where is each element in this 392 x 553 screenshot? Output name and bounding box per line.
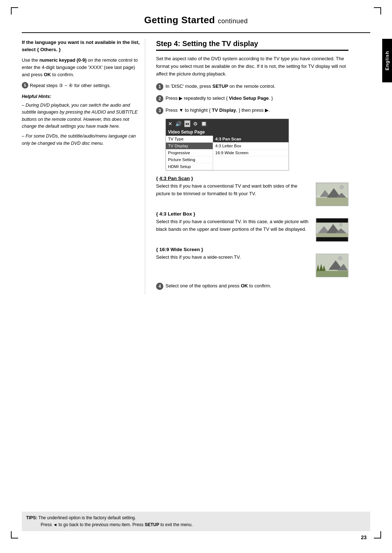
letterbox-image (316, 218, 348, 242)
widescreen-image (316, 254, 348, 277)
panscan-text: Select this if you have a conventional T… (156, 183, 312, 197)
svg-rect-10 (316, 237, 348, 242)
step4-circle: 4 (156, 283, 163, 290)
menu-body: TV Type TV Display Progressive Picture S… (166, 136, 289, 170)
svg-point-16 (339, 224, 342, 226)
right-step1: 1 In 'DISC' mode, press SETUP on the rem… (156, 83, 348, 90)
svg-rect-15 (316, 233, 348, 237)
page-title-bar: Getting Started continued (22, 15, 370, 26)
svg-rect-24 (316, 271, 348, 277)
step3-circle: 3 (156, 107, 163, 114)
step4-title: Step 4: Setting the TV display (156, 39, 348, 48)
step4-text: Select one of the options and press OK t… (166, 282, 348, 290)
step1-text: In 'DISC' mode, press SETUP on the remot… (166, 83, 348, 90)
menu-icon-x: ✕ (168, 121, 172, 127)
widescreen-header: { 16:9 Wide Screen } (156, 247, 348, 252)
menu-icons-row: ✕ 🔊 ▪▪ ⚙ 🔲 (166, 119, 289, 128)
menu-right-letterbox: 4:3 Letter Box (213, 143, 289, 149)
widescreen-svg (316, 254, 348, 277)
menu-icon-audio: 🔊 (175, 121, 181, 127)
step3-text: Press ▼ to highlight { TV Display, } the… (166, 107, 348, 114)
menu-right-widescreen: 16:9 Wide Screen (213, 149, 289, 156)
panscan-svg (316, 183, 348, 206)
menu-item-tvdisplay: TV Display (166, 143, 213, 149)
step5-circle: 5 (22, 82, 28, 89)
page-container: Getting Started continued If the languag… (0, 0, 392, 553)
right-step3: 3 Press ▼ to highlight { TV Display, } t… (156, 107, 348, 114)
right-step2: 2 Press ▶ repeatedly to select { Video S… (156, 95, 348, 102)
widescreen-body: Select this if you have a wide-screen TV… (156, 254, 348, 277)
letterbox-header: { 4:3 Letter Box } (156, 211, 348, 217)
tips-label: TIPS: (26, 515, 37, 520)
panscan-body: Select this if you have a conventional T… (156, 183, 348, 206)
left-column: If the language you want is not availabl… (22, 39, 145, 294)
widescreen-section: { 16:9 Wide Screen } Select this if you … (156, 247, 348, 277)
menu-icon-video: ▪▪ (184, 120, 190, 127)
menu-right-col: 4:3 Pan Scan 4:3 Letter Box 16:9 Wide Sc… (213, 136, 289, 170)
corner-mark-bl (11, 531, 18, 538)
panscan-header: { 4:3 Pan Scan } (156, 176, 348, 181)
menu-icon-settings: ⚙ (193, 121, 198, 127)
english-tab: English (382, 39, 392, 82)
hint2-text: – For some DVDs, the subtitle/audio/menu… (22, 133, 141, 147)
step2-circle: 2 (156, 95, 163, 102)
page-title: Getting Started continued (144, 15, 248, 25)
letterbox-section: { 4:3 Letter Box } Select this if you ha… (156, 211, 348, 242)
menu-item-progressive: Progressive (166, 149, 213, 156)
tips-line1: The underlined option is the factory def… (38, 515, 136, 520)
left-intro-text: Use the numeric keypad (0-9) on the remo… (22, 57, 141, 78)
step5-text: Repeat steps ③ ~ ④ for other settings. (30, 82, 141, 89)
svg-rect-5 (316, 198, 348, 206)
menu-icon-display: 🔲 (201, 121, 207, 127)
corner-mark-br (374, 531, 381, 538)
helpful-hints-title: Helpful Hints: (22, 93, 141, 100)
menu-right-panscan: 4:3 Pan Scan (213, 136, 289, 143)
letterbox-body: Select this if you have a conventional T… (156, 218, 348, 242)
page-number: 23 (361, 534, 367, 540)
left-bold-heading: If the language you want is not availabl… (22, 39, 141, 54)
step1-circle: 1 (156, 83, 163, 90)
panscan-section: { 4:3 Pan Scan } Select this if you have… (156, 176, 348, 206)
title-rule (22, 32, 370, 33)
menu-item-tvtype: TV Type (166, 136, 213, 143)
corner-mark-tl (11, 7, 18, 15)
letterbox-text: Select this if you have a conventional T… (156, 218, 312, 233)
svg-point-6 (340, 185, 343, 189)
menu-left-col: TV Type TV Display Progressive Picture S… (166, 136, 213, 170)
tips-line2: Press ◄ to go back to the previous menu … (26, 522, 193, 527)
letterbox-svg (316, 218, 348, 241)
right-step4: 4 Select one of the options and press OK… (156, 282, 348, 290)
svg-rect-9 (316, 218, 348, 223)
menu-item-hdmisetup: HDMI Setup (166, 163, 213, 170)
step4-rule (156, 50, 348, 51)
menu-item-picturesetting: Picture Setting (166, 156, 213, 163)
corner-mark-tr (374, 7, 381, 15)
step5-item: 5 Repeat steps ③ ~ ④ for other settings. (22, 82, 141, 89)
menu-screenshot: ✕ 🔊 ▪▪ ⚙ 🔲 Video Setup Page TV Type TV D… (166, 119, 289, 171)
panscan-image (316, 183, 348, 206)
svg-point-25 (338, 257, 342, 260)
right-column: English Step 4: Setting the TV display S… (156, 39, 370, 294)
tips-bar: TIPS: The underlined option is the facto… (22, 512, 370, 531)
right-intro-text: Set the aspect ratio of the DVD system a… (156, 55, 348, 78)
menu-title-bar: Video Setup Page (166, 128, 289, 136)
step2-text: Press ▶ repeatedly to select { Video Set… (166, 95, 348, 102)
helpful-hints: Helpful Hints: – During DVD playback, yo… (22, 93, 141, 147)
hint1-text: – During DVD playback, you can switch th… (22, 102, 141, 130)
widescreen-text: Select this if you have a wide-screen TV… (156, 254, 312, 261)
two-col-layout: If the language you want is not availabl… (22, 39, 370, 294)
